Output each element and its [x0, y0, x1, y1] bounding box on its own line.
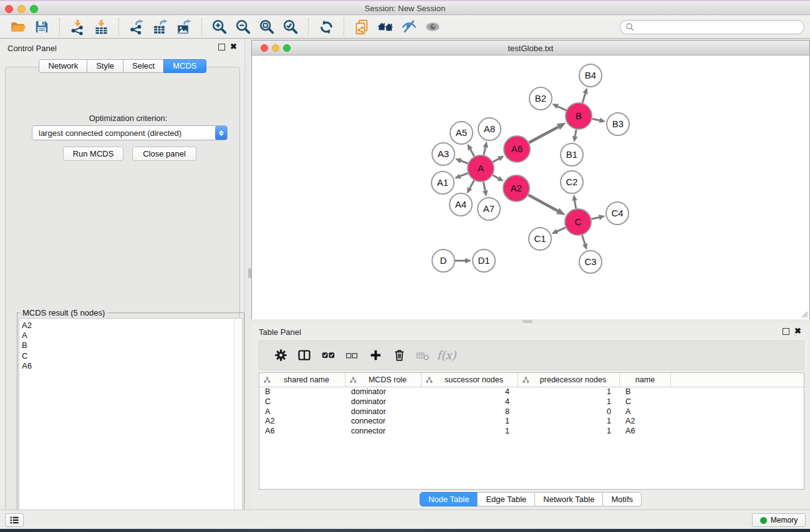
create-column-button[interactable]	[364, 344, 387, 367]
table-settings-button[interactable]	[269, 344, 292, 367]
graph-node-A[interactable]: A	[468, 155, 494, 181]
graph-node-B4[interactable]: B4	[579, 64, 602, 87]
show-columns-button[interactable]	[292, 344, 316, 367]
table-row[interactable]: Adominator80A	[259, 407, 804, 417]
graph-edge-B-B2[interactable]	[552, 104, 566, 110]
mcds-result-item[interactable]: A2	[19, 321, 242, 331]
import-table-button[interactable]	[89, 17, 113, 37]
export-network-button[interactable]	[125, 17, 148, 37]
hide-details-button[interactable]	[397, 17, 421, 37]
network-graph[interactable]: AA2A6BCA1A3A4A5A7A8B1B2B3B4C1C2C3C4DD1	[252, 56, 809, 319]
zoom-fit-button[interactable]	[255, 17, 279, 37]
graph-node-B1[interactable]: B1	[561, 143, 583, 166]
refresh-button[interactable]	[314, 17, 338, 37]
tab-node-table[interactable]: Node Table	[420, 492, 478, 506]
graph-edge-A2-C[interactable]	[528, 195, 565, 215]
graph-node-C4[interactable]: C4	[606, 202, 629, 225]
graph-node-A8[interactable]: A8	[478, 118, 501, 140]
graph-node-D[interactable]: D	[432, 249, 455, 272]
open-session-button[interactable]	[6, 17, 30, 37]
tab-network-table[interactable]: Network Table	[534, 492, 603, 506]
graph-edge-C-C1[interactable]	[551, 228, 566, 234]
network-canvas[interactable]: AA2A6BCA1A3A4A5A7A8B1B2B3B4C1C2C3C4DD1	[252, 56, 809, 319]
mcds-result-item[interactable]: B	[19, 341, 242, 351]
show-details-button[interactable]	[421, 17, 445, 37]
graph-edge-A6-B[interactable]	[529, 123, 566, 143]
save-session-button[interactable]	[30, 17, 54, 37]
graph-edge-A-A6[interactable]	[493, 156, 504, 162]
column-header-shared-name[interactable]: shared name	[259, 373, 345, 387]
float-table-panel-icon[interactable]	[783, 328, 789, 335]
resize-grip-icon[interactable]	[799, 309, 808, 318]
delete-column-button[interactable]	[387, 344, 411, 367]
graph-node-D1[interactable]: D1	[473, 249, 495, 272]
search-input[interactable]	[638, 22, 799, 32]
table-row[interactable]: A6connector11A6	[259, 427, 804, 437]
graph-node-A6[interactable]: A6	[504, 136, 530, 162]
table-row[interactable]: A2connector11A2	[259, 417, 804, 427]
close-panel-icon[interactable]: ✖	[230, 42, 237, 51]
close-panel-button[interactable]: Close panel	[132, 147, 196, 161]
graph-edge-D-D1[interactable]	[455, 258, 471, 264]
tab-edge-table[interactable]: Edge Table	[477, 492, 535, 506]
graph-edge-A-A3[interactable]	[455, 158, 468, 163]
graph-edge-A-A2[interactable]	[493, 175, 504, 181]
graph-edge-A-A8[interactable]	[483, 142, 488, 155]
graph-edge-C-C2[interactable]	[572, 195, 577, 209]
tab-mcds[interactable]: MCDS	[163, 59, 206, 73]
criterion-select[interactable]: largest connected component (directed)	[32, 125, 228, 140]
table-row[interactable]: Bdominator41B	[259, 387, 804, 397]
run-mcds-button[interactable]: Run MCDS	[63, 147, 123, 161]
graph-edge-A-A1[interactable]	[455, 173, 468, 179]
float-panel-icon[interactable]	[218, 44, 225, 51]
graph-node-C2[interactable]: C2	[561, 171, 583, 193]
select-all-button[interactable]	[316, 344, 340, 367]
graph-edge-A-A4[interactable]	[467, 180, 475, 193]
column-header-predecessor-nodes[interactable]: predecessor nodes	[518, 373, 620, 387]
zoom-selected-button[interactable]	[279, 17, 302, 37]
mcds-result-item[interactable]: A6	[19, 361, 242, 371]
graph-node-A1[interactable]: A1	[432, 172, 454, 194]
graph-edge-A-A7[interactable]	[483, 182, 488, 197]
export-table-button[interactable]	[148, 17, 172, 37]
graph-edge-B-B4[interactable]	[582, 87, 587, 103]
home-button[interactable]	[374, 17, 397, 37]
task-history-button[interactable]	[5, 513, 24, 527]
graph-edge-C-C4[interactable]	[591, 215, 605, 220]
close-table-panel-icon[interactable]: ✖	[794, 326, 801, 336]
zoom-out-button[interactable]	[231, 17, 255, 37]
deselect-all-button[interactable]	[340, 344, 364, 367]
tab-style[interactable]: Style	[87, 59, 123, 73]
graph-edge-B-B1[interactable]	[572, 130, 577, 143]
graph-node-B[interactable]: B	[566, 103, 592, 129]
mcds-result-item[interactable]: C	[19, 351, 242, 361]
graph-edge-C-C3[interactable]	[582, 235, 588, 250]
column-header-successor-nodes[interactable]: successor nodes	[422, 373, 518, 387]
graph-node-A2[interactable]: A2	[503, 175, 529, 201]
import-network-button[interactable]	[65, 17, 89, 37]
delete-table-button[interactable]	[411, 344, 435, 367]
graph-node-C3[interactable]: C3	[579, 251, 602, 273]
zoom-in-button[interactable]	[208, 17, 231, 37]
graph-node-C[interactable]: C	[565, 209, 591, 235]
tab-select[interactable]: Select	[123, 59, 164, 73]
export-image-button[interactable]	[172, 17, 196, 37]
result-scrollbar[interactable]	[234, 319, 242, 525]
graph-edge-A-A5[interactable]	[468, 144, 475, 157]
tab-motifs[interactable]: Motifs	[602, 492, 642, 506]
search-box[interactable]	[620, 20, 804, 34]
table-row[interactable]: Cdominator41C	[259, 397, 804, 407]
clone-network-button[interactable]	[350, 17, 374, 37]
graph-node-B3[interactable]: B3	[607, 113, 629, 135]
tab-network[interactable]: Network	[39, 59, 87, 73]
graph-node-A3[interactable]: A3	[432, 143, 455, 165]
memory-button[interactable]: Memory	[752, 513, 806, 527]
graph-node-B2[interactable]: B2	[529, 87, 552, 110]
graph-node-A5[interactable]: A5	[450, 122, 473, 144]
column-header-MCDS-role[interactable]: MCDS role	[345, 373, 422, 387]
graph-edge-B-B3[interactable]	[592, 118, 606, 123]
graph-node-C1[interactable]: C1	[529, 228, 551, 250]
graph-node-A4[interactable]: A4	[450, 193, 472, 216]
graph-node-A7[interactable]: A7	[478, 198, 500, 220]
function-builder-button[interactable]: f(x)	[435, 344, 458, 367]
